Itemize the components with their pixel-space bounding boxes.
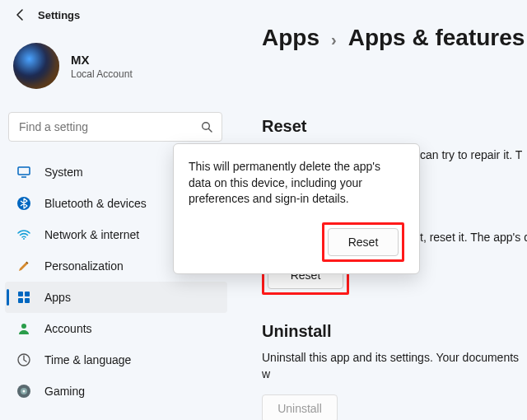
svg-point-5 xyxy=(23,238,25,240)
svg-line-1 xyxy=(209,129,212,133)
svg-rect-7 xyxy=(25,292,30,296)
profile-sub: Local Account xyxy=(71,68,133,80)
gaming-icon xyxy=(16,384,31,399)
sidebar-item-label: Apps xyxy=(44,291,71,304)
popup-text: This will permanently delete the app's d… xyxy=(189,159,404,208)
reset-desc-partial: t, reset it. The app's d xyxy=(420,231,527,244)
apps-icon xyxy=(16,290,31,305)
sidebar-item-time-language[interactable]: Time & language xyxy=(5,344,227,376)
reset-confirm-popup: This will permanently delete the app's d… xyxy=(173,143,420,274)
search-input[interactable] xyxy=(17,119,190,134)
sidebar-item-label: System xyxy=(44,166,83,179)
uninstall-desc: Uninstall this app and its settings. You… xyxy=(262,349,527,383)
sidebar-item-label: Personalization xyxy=(44,259,124,273)
crumb-apps-features: Apps & features xyxy=(348,25,525,51)
sidebar-item-label: Bluetooth & devices xyxy=(44,197,147,210)
highlight-reset-popup: Reset xyxy=(322,222,404,262)
paintbrush-icon xyxy=(16,259,31,273)
svg-rect-2 xyxy=(18,167,30,175)
uninstall-button[interactable]: Uninstall xyxy=(262,394,338,420)
svg-point-10 xyxy=(21,324,26,329)
svg-point-14 xyxy=(23,390,26,393)
clock-globe-icon xyxy=(16,352,31,367)
sidebar-item-label: Time & language xyxy=(44,353,131,366)
search-icon xyxy=(200,120,213,133)
back-icon[interactable] xyxy=(13,7,28,22)
reset-heading: Reset xyxy=(262,117,527,136)
sidebar-item-gaming[interactable]: Gaming xyxy=(5,376,227,407)
crumb-apps[interactable]: Apps xyxy=(262,25,319,51)
popup-reset-button[interactable]: Reset xyxy=(328,228,399,256)
monitor-icon xyxy=(16,165,31,180)
profile-name: MX xyxy=(71,53,133,67)
uninstall-heading: Uninstall xyxy=(262,322,527,341)
svg-rect-8 xyxy=(18,298,23,303)
sidebar-item-apps[interactable]: Apps xyxy=(5,282,227,313)
sidebar-item-accounts[interactable]: Accounts xyxy=(5,313,227,344)
chevron-right-icon: › xyxy=(331,30,337,49)
search-box[interactable] xyxy=(8,112,222,142)
repair-desc-partial: can try to repair it. T xyxy=(420,148,522,161)
sidebar-item-label: Gaming xyxy=(44,385,85,398)
profile-block[interactable]: MX Local Account xyxy=(13,43,133,89)
sidebar-item-label: Accounts xyxy=(44,322,92,335)
bluetooth-icon xyxy=(16,196,31,211)
svg-rect-6 xyxy=(18,292,23,296)
wifi-icon xyxy=(16,227,31,242)
sidebar-item-label: Network & internet xyxy=(44,228,139,241)
window-title: Settings xyxy=(38,9,80,21)
avatar xyxy=(13,43,59,89)
person-icon xyxy=(16,321,31,336)
svg-rect-9 xyxy=(25,298,30,303)
breadcrumb: Apps › Apps & features xyxy=(262,25,525,51)
